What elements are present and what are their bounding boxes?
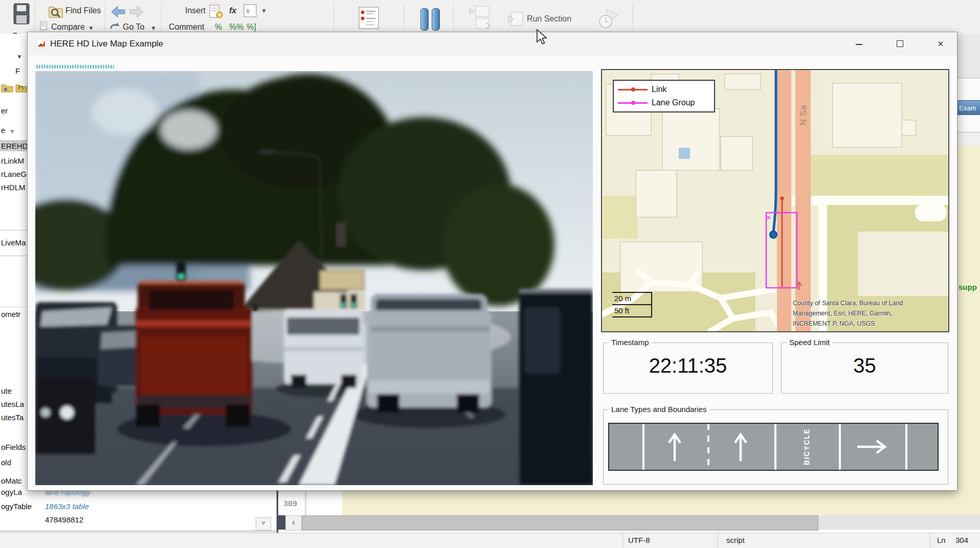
panel-divider xyxy=(0,307,27,307)
find-files-icon[interactable] xyxy=(48,4,63,18)
scroll-left-button[interactable]: ‹ xyxy=(285,515,302,531)
workspace-var[interactable]: utesTa xyxy=(1,413,24,422)
sidebar-item-file[interactable]: rLinkM xyxy=(1,156,24,165)
lane-visualization: BICYCLE xyxy=(608,423,939,471)
line-indicator-value: 304 xyxy=(955,536,968,544)
refresh-folder-icon[interactable] xyxy=(15,83,28,93)
workspace-var[interactable]: ogyTable xyxy=(1,502,32,511)
sidebar-item-file[interactable]: LiveMa xyxy=(1,238,26,247)
file-type-indicator: script xyxy=(726,536,745,544)
find-files-button[interactable]: Find Files xyxy=(65,6,101,15)
chevron-down-icon[interactable]: ▼ xyxy=(261,7,267,14)
timestamp-label: Timestamp xyxy=(609,338,652,347)
breakpoints-icon[interactable] xyxy=(357,6,381,30)
insert-section-icon[interactable]: fi xyxy=(243,4,257,17)
maximize-icon xyxy=(897,40,903,47)
legend-row-lane-group: Lane Group xyxy=(618,96,695,109)
pause-button[interactable] xyxy=(420,8,429,31)
h-scrollbar-track[interactable] xyxy=(818,515,980,530)
bicycle-lane-label: BICYCLE xyxy=(791,424,822,470)
fx-button[interactable]: fx xyxy=(229,6,236,15)
workspace-var[interactable]: oFields xyxy=(1,443,26,451)
desktop-strip xyxy=(957,34,980,78)
status-bar: UTF-8 script Ln 304 xyxy=(0,533,980,548)
attribution-line: County of Santa Clara, Bureau of Land xyxy=(793,298,944,308)
goto-button[interactable]: Go To xyxy=(123,22,144,32)
lane-group-line-sample xyxy=(618,102,648,104)
lane-boundary-solid xyxy=(905,424,907,470)
workspace-var[interactable]: ometr xyxy=(1,310,20,318)
map-attribution: County of Santa Clara, Bureau of Land Ma… xyxy=(793,298,944,329)
scroll-down-button[interactable]: ˅ xyxy=(256,517,271,531)
editor-strip xyxy=(957,78,980,100)
up-arrow-icon xyxy=(733,430,748,463)
scale-metric: 20 m xyxy=(612,292,651,304)
insert-label: Insert xyxy=(185,6,206,15)
sidebar-item-file[interactable]: rHDLM xyxy=(1,183,26,192)
insert-doc-icon[interactable] xyxy=(209,4,223,18)
workspace-var[interactable]: oMatc xyxy=(1,476,22,485)
link-line-sample xyxy=(618,89,648,90)
attribution-line: INCREMENT P, NGA, USGS xyxy=(793,318,944,329)
sidebar-item-file[interactable]: rLaneG xyxy=(1,170,27,178)
divider xyxy=(105,3,105,30)
forward-arrow-icon[interactable] xyxy=(129,5,144,18)
line-indicator-label: Ln xyxy=(937,536,946,544)
h-scrollbar-thumb[interactable] xyxy=(302,515,818,531)
scrollbar-corner xyxy=(278,515,285,530)
map-scale-bar: 20 m 50 ft xyxy=(612,292,652,317)
close-button[interactable]: ✕ xyxy=(932,36,949,52)
divider xyxy=(404,3,405,30)
title-bar[interactable]: HERE HD Live Map Example ✕ xyxy=(28,32,957,56)
lane-boundary-solid xyxy=(642,424,644,470)
back-arrow-icon[interactable] xyxy=(110,5,126,18)
workspace-value: 1863x3 table xyxy=(45,502,89,511)
speed-limit-label: Speed Limit xyxy=(787,338,832,347)
compare-button[interactable]: Compare xyxy=(51,22,85,32)
run-section-button[interactable]: Run Section xyxy=(527,14,571,24)
run-section-icon xyxy=(507,11,524,27)
open-example-button[interactable]: Exam xyxy=(957,100,980,116)
divider xyxy=(633,3,633,30)
open-folder-icon[interactable] xyxy=(1,83,13,93)
timestamp-value: 22:11:35 xyxy=(604,354,772,377)
sidebar-sort-header[interactable]: e xyxy=(1,126,5,134)
window-title: HERE HD Live Map Example xyxy=(50,39,163,49)
run-advance-icon xyxy=(469,5,495,30)
map-legend: Link Lane Group xyxy=(613,80,715,112)
workspace-var[interactable]: ogyLa xyxy=(1,488,22,496)
save-icon[interactable] xyxy=(13,3,30,25)
maximize-button[interactable] xyxy=(891,36,908,52)
lane-boundary-solid xyxy=(774,424,776,470)
run-and-time-icon xyxy=(597,6,623,30)
speed-limit-value: 35 xyxy=(782,354,948,377)
map-view[interactable]: N Sa Link Lane Group xyxy=(601,69,949,332)
chevron-down-icon: ▼ xyxy=(16,53,23,60)
workspace-var[interactable]: old xyxy=(1,458,11,467)
divider xyxy=(930,533,930,548)
lane-types-label: Lane Types and Boundaries xyxy=(609,405,709,414)
sidebar-item-file[interactable]: EREHD xyxy=(1,142,28,150)
divider xyxy=(333,3,334,30)
minimize-button[interactable] xyxy=(850,36,867,52)
uncomment-icon[interactable]: %% xyxy=(229,22,243,32)
workspace-panel: ogyLa laneTopology ogyTable 1863x3 table… xyxy=(0,485,277,531)
legend-label: Lane Group xyxy=(652,98,695,107)
timestamp-panel: Timestamp 22:11:35 xyxy=(603,342,773,394)
legend-label: Link xyxy=(652,85,666,94)
workspace-var[interactable]: ute xyxy=(1,386,12,395)
comment-text-partial: supp xyxy=(959,283,977,291)
line-number-gutter: 309 xyxy=(278,487,306,515)
code-editor[interactable]: 309 ‹ xyxy=(277,487,980,535)
right-arrow-icon xyxy=(853,438,891,455)
workspace-var[interactable]: utesLa xyxy=(1,400,24,408)
line-number: 309 xyxy=(283,500,297,509)
left-sidebar: ▼ F er e ▼ EREHD rLinkM rLaneG rHDLM Liv… xyxy=(0,34,27,490)
comment-icon[interactable]: % xyxy=(215,22,222,32)
ribbon-toolbar: n Sa Find Files Compare ▼ Go To ▼ Insert… xyxy=(0,0,980,34)
divider xyxy=(35,3,35,30)
chevron-down-icon: ▼ xyxy=(88,25,94,32)
wrap-comment-icon[interactable]: %] xyxy=(247,22,256,32)
workspace-value: 478498812 xyxy=(45,515,83,524)
pause-button[interactable] xyxy=(432,8,440,31)
